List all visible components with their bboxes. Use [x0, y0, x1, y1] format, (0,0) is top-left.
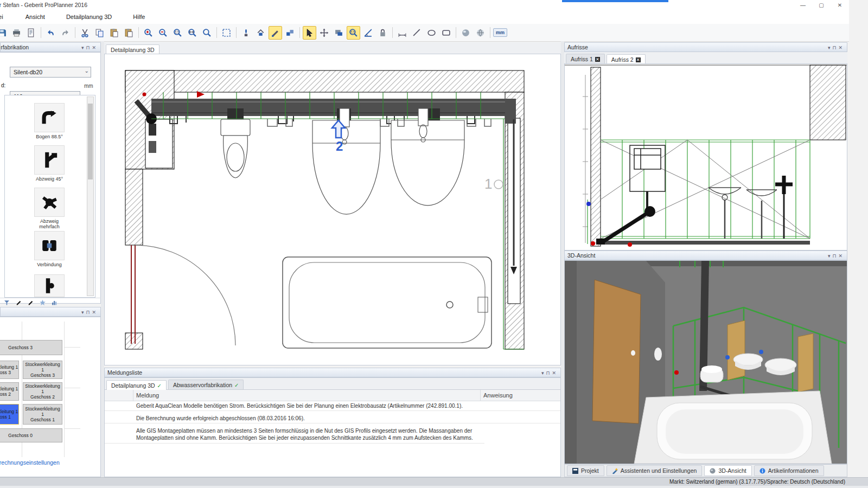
draw-rectangle-icon[interactable]	[439, 26, 453, 40]
place-anchor-icon[interactable]	[254, 26, 267, 40]
aufrisse-panel-title: Aufrisse	[567, 44, 588, 50]
minimize-button[interactable]: —	[794, 0, 812, 10]
catalog-scrollbar[interactable]	[87, 97, 94, 296]
berechnungseinstellungen-link[interactable]: Berechnungseinstellungen	[0, 459, 60, 466]
riser-cell-r2c1[interactable]: Stockwerkleitung 1Geschoss 2	[0, 382, 19, 401]
connect-elements-icon[interactable]	[283, 26, 297, 40]
draw-ellipse-icon[interactable]	[425, 26, 438, 40]
door-symbol	[131, 245, 235, 345]
system-dropdown[interactable]: Silent-db20⌄	[10, 67, 91, 78]
chart-blue-icon[interactable]	[51, 299, 58, 306]
messages-tab-abwasservorfabrikation[interactable]: Abwasservorfabrikation✓	[168, 380, 244, 389]
strang-panel-body: Geschoss 3 Stockwerkleitung 1Geschoss 3 …	[0, 317, 101, 477]
catalog-item-bogen[interactable]: Bogen 88.5°	[32, 103, 67, 139]
menu-detailplanung-3d[interactable]: Detailplanung 3D	[61, 11, 117, 20]
paste-special-icon[interactable]	[122, 26, 136, 40]
cut-icon[interactable]	[78, 26, 92, 40]
tab-assistenten[interactable]: Assistenten und Einstellungen	[607, 465, 703, 476]
floor-cell-bottom[interactable]: Geschoss 0	[0, 428, 62, 442]
move-element-icon[interactable]	[317, 26, 331, 40]
plan-canvas[interactable]: 2 1	[104, 54, 561, 365]
zoom-window-icon[interactable]	[171, 26, 184, 40]
catalog-item-verbindung[interactable]: Verbindung	[32, 231, 67, 267]
riser-cell-r3c1-selected[interactable]: Stockwerkleitung 1Geschoss 1	[0, 404, 19, 425]
column-anweisung[interactable]: Anweisung	[483, 392, 513, 399]
tab-artikelinformationen[interactable]: Artikelinformationen	[754, 465, 824, 476]
riser-cell-r1c1[interactable]: Stockwerkleitung 1Geschoss 3	[0, 361, 19, 379]
close-button[interactable]: ✕	[831, 0, 849, 10]
tab-3d-ansicht[interactable]: 3D-Ansicht	[704, 465, 751, 476]
bathtub-symbol	[283, 257, 492, 348]
zoom-previous-icon[interactable]	[200, 26, 214, 40]
catalog-item-abzweig45[interactable]: Abzweig 45°	[32, 145, 67, 182]
plan-tabrow: Detailplanung 3D	[104, 42, 561, 54]
dimension-icon[interactable]	[395, 26, 409, 40]
edit-points-icon[interactable]	[269, 26, 282, 40]
catalog-item-abzweig-mehrfach[interactable]: Abzweig mehrfach	[32, 188, 67, 229]
app-window: für Stefan - Geberit ProPlanner 2016 — ▢…	[0, 0, 868, 488]
pen-black2-icon[interactable]	[27, 299, 34, 306]
zoom-out-icon[interactable]	[156, 26, 170, 40]
export-document-icon[interactable]	[24, 26, 38, 40]
message-row[interactable]: Die Berechnung wurde erfolgreich abgesch…	[105, 413, 560, 423]
maximize-button[interactable]: ▢	[812, 0, 831, 10]
zoom-in-icon[interactable]	[142, 26, 155, 40]
filter-blue-icon[interactable]	[3, 299, 10, 306]
aufrisse-panel-window-buttons[interactable]: ▾⊓✕	[828, 43, 845, 53]
messages-panel-window-buttons[interactable]: ▾⊓✕	[541, 369, 558, 378]
undo-icon[interactable]	[44, 26, 58, 40]
measure-angle-icon[interactable]	[361, 26, 375, 40]
redo-icon[interactable]	[59, 26, 72, 40]
menu-hilfe[interactable]: Hilfe	[127, 11, 150, 20]
prefab-panel-header: Abwasservorfabrikation ▾⊓✕	[0, 42, 101, 52]
print-icon[interactable]	[10, 26, 23, 40]
selection-frame-icon[interactable]	[220, 26, 233, 40]
star-blue-icon[interactable]	[39, 299, 46, 306]
aufriss-canvas[interactable]	[564, 63, 847, 251]
riser-cell-r2c2[interactable]: Stockwerkleitung 1Geschoss 2	[23, 382, 62, 401]
svg-text:2: 2	[336, 139, 343, 153]
save-icon[interactable]	[0, 26, 9, 40]
pen-black-icon[interactable]	[15, 299, 22, 306]
view3d-canvas[interactable]	[564, 260, 847, 464]
menu-ansicht[interactable]: Ansicht	[20, 11, 50, 20]
align-elements-icon[interactable]	[332, 26, 346, 40]
zoom-extents-icon[interactable]	[186, 26, 199, 40]
messages-panel-body: Detailplanung 3D✓ Abwasservorfabrikation…	[104, 377, 561, 477]
riser-cell-r1c2[interactable]: Stockwerkleitung 1Geschoss 3	[23, 361, 62, 379]
catalog-item-partial[interactable]	[32, 274, 67, 297]
prefab-panel-window-buttons[interactable]: ▾⊓✕	[81, 43, 98, 52]
main-toolbar: mm	[0, 24, 849, 42]
right-bottom-tabbar: Projekt Assistenten und Einstellungen 3D…	[564, 464, 847, 477]
wc-element	[630, 145, 665, 210]
lock-element-icon[interactable]	[376, 26, 390, 40]
render-sphere-icon[interactable]	[459, 26, 473, 40]
zoom-selection-icon[interactable]	[347, 26, 360, 40]
render-3d	[565, 261, 847, 464]
messages-tab-detailplanung[interactable]: Detailplanung 3D✓	[106, 380, 167, 390]
tab-projekt[interactable]: Projekt	[567, 465, 604, 476]
column-meldung[interactable]: Meldung	[136, 392, 159, 399]
plan-tab[interactable]: Detailplanung 3D	[106, 44, 159, 54]
view3d-panel-header: 3D-Ansicht ▾⊓✕	[564, 251, 847, 260]
select-pointer-icon[interactable]	[303, 26, 316, 40]
window-title: für Stefan - Geberit ProPlanner 2016	[0, 2, 87, 8]
copy-icon[interactable]	[93, 26, 106, 40]
floorplan-drawing: 2 1	[105, 54, 560, 365]
paste-icon[interactable]	[107, 26, 121, 40]
branch-fitting-icon	[40, 151, 59, 169]
draw-node-icon[interactable]	[239, 26, 253, 40]
message-row[interactable]: Geberit AquaClean Modelle benötigen Stro…	[105, 401, 560, 411]
strang-panel-window-buttons[interactable]: ▾⊓✕	[81, 308, 98, 317]
tab-aufriss-2[interactable]: Aufriss 2✕	[607, 54, 646, 64]
tab-aufriss-1[interactable]: Aufriss 1✕	[566, 54, 605, 63]
display-mm-button[interactable]: mm	[493, 26, 507, 40]
menu-datei[interactable]: Datei	[0, 11, 9, 20]
render-sphere-alt-icon[interactable]	[474, 26, 487, 40]
strang-panel-header: ▾⊓✕	[0, 307, 101, 317]
view3d-panel-window-buttons[interactable]: ▾⊓✕	[828, 252, 845, 261]
floor-cell-top[interactable]: Geschoss 3	[0, 340, 62, 355]
message-row[interactable]: Alle GIS Montageplatten müssen an mindes…	[105, 426, 484, 444]
draw-line-icon[interactable]	[410, 26, 424, 40]
riser-cell-r3c2[interactable]: Stockwerkleitung 1Geschoss 1	[23, 404, 62, 425]
